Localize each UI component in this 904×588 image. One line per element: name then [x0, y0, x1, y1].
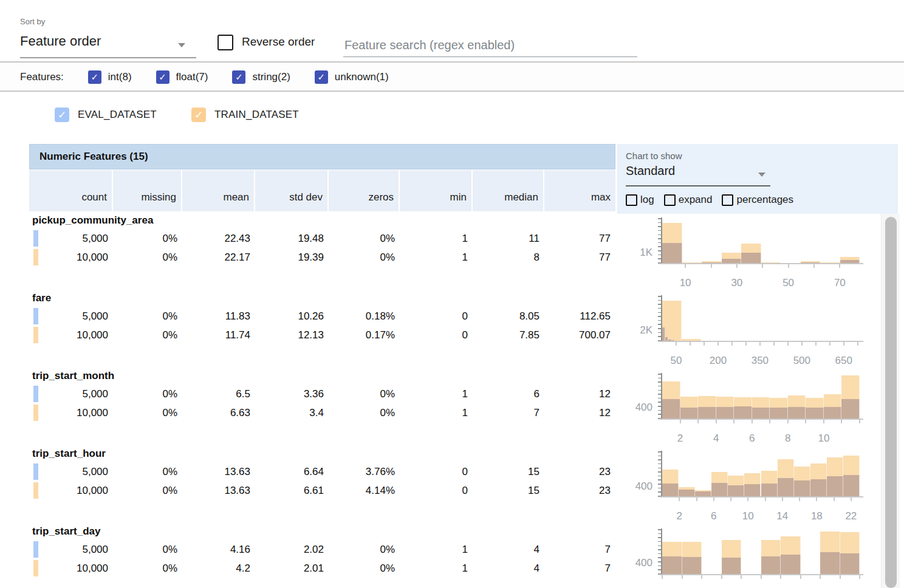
- stat-median: 8.05: [473, 310, 544, 323]
- dataset-checkbox-icon: ✓: [55, 108, 69, 122]
- stat-count: 5,000: [29, 388, 113, 400]
- feature-type-filter-int8[interactable]: ✓int(8): [88, 70, 132, 84]
- x-axis-tick: [773, 342, 775, 346]
- stat-max: 12: [544, 407, 615, 419]
- x-axis-tick: [859, 420, 860, 423]
- y-axis-tick: [658, 242, 661, 244]
- eval-bar: [778, 478, 794, 496]
- x-axis-tick: [690, 342, 691, 346]
- column-header-max: max: [544, 170, 615, 211]
- vertical-scrollbar-thumb[interactable]: [885, 217, 897, 588]
- eval-bar: [770, 408, 788, 419]
- stat-min: 1: [400, 251, 473, 264]
- features-label: Features:: [20, 71, 64, 83]
- eval-bar: [794, 480, 810, 496]
- y-axis-tick: [658, 226, 661, 227]
- eval-bar: [728, 485, 744, 496]
- stat-zeros: 3.76%: [329, 466, 400, 478]
- y-axis-tick: [658, 394, 661, 395]
- plot-area: [662, 374, 860, 419]
- train_dataset-color-chip: [33, 405, 38, 421]
- x-axis-tick-label: 10: [807, 432, 841, 445]
- y-axis-tick: [658, 328, 661, 329]
- sort-toolbar: Sort by Feature order Reverse order: [0, 0, 904, 63]
- x-axis-tick: [679, 497, 680, 501]
- x-axis-tick-label: 50: [659, 355, 693, 367]
- stat-std-dev: 19.48: [255, 233, 329, 245]
- x-axis-tick: [765, 497, 766, 501]
- stat-missing: 0%: [113, 544, 182, 556]
- numeric-features-title: Numeric Features (15): [39, 151, 148, 163]
- stat-median: 4: [473, 562, 544, 575]
- y-axis-tick: [658, 476, 661, 477]
- eval_dataset-color-chip: [33, 308, 38, 324]
- numeric-features-title-bar: Numeric Features (15): [29, 144, 615, 169]
- histogram-trip_start_month: 400246810: [617, 369, 881, 447]
- dataset-legend: ✓EVAL_DATASET✓TRAIN_DATASET: [0, 92, 904, 134]
- stat-max: 77: [544, 233, 615, 245]
- stat-median: 7: [473, 407, 544, 419]
- plot-area: [662, 452, 860, 496]
- feature-search-input[interactable]: [343, 33, 637, 57]
- x-axis-tick-label: 18: [800, 510, 834, 522]
- train-stats-row: 10,0000%6.633.40%1712: [29, 403, 615, 422]
- x-axis-tick-label: 650: [827, 355, 861, 367]
- y-axis-tick: [658, 402, 661, 403]
- feature-groups: pickup_community_area5,0000%22.4319.480%…: [29, 213, 615, 588]
- y-axis-tick: [658, 238, 661, 239]
- x-axis-tick-label: 6: [735, 432, 769, 445]
- column-header-missing: missing: [113, 170, 182, 211]
- feature-type-filter-bar: Features: ✓int(8)✓float(7)✓string(2)✓unk…: [0, 64, 904, 92]
- feature-type-label: unknown(1): [335, 71, 389, 83]
- stat-missing: 0%: [113, 485, 182, 497]
- chart-option-log[interactable]: log: [626, 194, 654, 206]
- feature-name: trip_start_month: [29, 368, 615, 385]
- stat-mean: 11.74: [182, 329, 255, 341]
- y-axis-tick: [658, 456, 661, 457]
- eval-bar: [840, 553, 860, 574]
- dataset-label: EVAL_DATASET: [78, 109, 157, 121]
- checkbox-icon: ✓: [88, 70, 101, 84]
- dataset-toggle-eval_dataset[interactable]: ✓EVAL_DATASET: [55, 108, 157, 122]
- stat-mean: 4.16: [182, 544, 255, 556]
- y-axis-tick: [658, 296, 661, 297]
- checkbox-icon: [664, 194, 676, 206]
- stat-median: 11: [473, 233, 544, 245]
- chart-option-percentages[interactable]: percentages: [722, 194, 793, 206]
- check-icon: ✓: [235, 73, 243, 82]
- x-axis-tick: [820, 575, 821, 579]
- y-axis-tick: [658, 414, 661, 415]
- sort-order-select[interactable]: Feature order: [20, 33, 196, 56]
- stat-median: 15: [473, 485, 544, 497]
- eval-bar: [781, 555, 801, 574]
- x-axis-tick-label: 70: [823, 277, 857, 289]
- x-axis-tick: [800, 575, 801, 579]
- stat-median: 8: [473, 251, 544, 264]
- feature-type-filter-float7[interactable]: ✓float(7): [156, 70, 208, 84]
- eval-bar: [695, 491, 711, 496]
- x-axis-tick: [787, 420, 789, 423]
- eval-bar: [711, 483, 728, 496]
- dataset-checkbox-icon: ✓: [191, 108, 206, 122]
- feature-type-filter-string2[interactable]: ✓string(2): [232, 70, 290, 84]
- chart-option-expand[interactable]: expand: [664, 194, 713, 206]
- reverse-order-checkbox[interactable]: [217, 35, 233, 50]
- x-axis-tick: [701, 575, 702, 579]
- stat-mean: 22.43: [182, 233, 255, 245]
- chart-type-select[interactable]: Standard: [626, 164, 770, 185]
- stat-zeros: 0%: [329, 562, 400, 575]
- plot-area: [662, 219, 860, 263]
- eval-bar: [761, 556, 781, 574]
- chart-option-checkboxes: logexpandpercentages: [626, 194, 803, 206]
- dataset-toggle-train_dataset[interactable]: ✓TRAIN_DATASET: [191, 108, 299, 122]
- eval-bar: [761, 484, 778, 496]
- y-axis-label: 2K: [617, 324, 652, 337]
- chart-to-show-label: Chart to show: [626, 151, 682, 161]
- stat-max: 7: [544, 562, 615, 575]
- stat-min: 0: [400, 466, 473, 478]
- feature-type-filter-unknown1[interactable]: ✓unknown(1): [315, 70, 389, 84]
- dataset-label: TRAIN_DATASET: [214, 109, 299, 121]
- stat-median: 6: [473, 388, 544, 400]
- x-axis-tick: [711, 264, 712, 268]
- stat-max: 77: [544, 251, 615, 264]
